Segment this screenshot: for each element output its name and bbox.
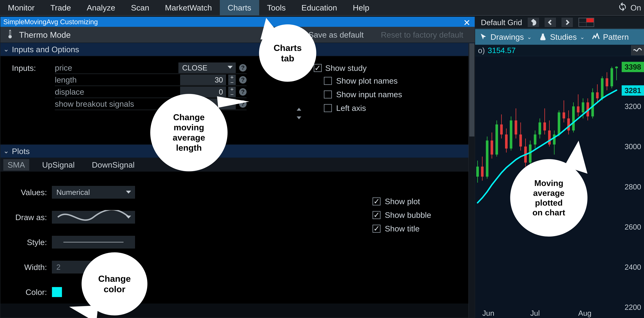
show-input-names-checkbox[interactable]	[324, 90, 332, 98]
style-dropdown[interactable]	[52, 236, 135, 248]
y-tick: 2200	[624, 303, 641, 311]
candle-wick	[564, 100, 564, 122]
nav-forward-button[interactable]	[562, 18, 573, 27]
menu-tab-scan[interactable]: Scan	[123, 0, 157, 16]
thermometer-icon[interactable]	[6, 29, 14, 40]
candle-body	[476, 167, 479, 177]
spinner-up-icon[interactable]: +	[228, 87, 236, 92]
section-inputs-options-header[interactable]: ⌄ Inputs and Options	[0, 43, 475, 56]
section-plots-label: Plots	[12, 146, 30, 156]
values-dropdown[interactable]: Numerical	[52, 186, 135, 199]
candle-body	[610, 68, 613, 86]
candle-body	[500, 124, 503, 134]
menu-tab-help[interactable]: Help	[345, 0, 377, 16]
list-scroll[interactable]	[297, 108, 301, 119]
field-displace-label: displace	[55, 87, 84, 96]
menu-tab-monitor[interactable]: Monitor	[0, 0, 42, 16]
grid-layout-icon[interactable]	[578, 18, 594, 27]
cursor-icon	[480, 33, 487, 41]
pattern-icon	[592, 33, 600, 41]
left-axis-checkbox[interactable]	[324, 104, 332, 112]
indicator-toggle-icon[interactable]	[631, 45, 644, 55]
price-dropdown[interactable]: CLOSE	[178, 63, 236, 73]
draw-as-label: Draw as:	[15, 213, 47, 222]
candle-body	[519, 134, 522, 146]
caret-down-icon	[126, 216, 131, 219]
price-dropdown-value: CLOSE	[182, 64, 207, 72]
y-tick: 2600	[624, 223, 641, 231]
candle-body	[553, 134, 556, 144]
dialog-title-text: SimpleMovingAvg Customizing	[3, 18, 98, 26]
close-icon[interactable]: ✕	[463, 18, 470, 28]
x-tick: Jul	[530, 309, 540, 317]
draw-as-dropdown[interactable]	[52, 211, 135, 224]
flask-icon	[539, 33, 547, 41]
studies-button[interactable]: Studies ⌄	[539, 32, 585, 42]
menu-right-cluster: On	[618, 0, 644, 16]
scrollbar-thumb[interactable]	[469, 43, 474, 136]
color-swatch[interactable]	[52, 287, 62, 297]
candle-body	[567, 118, 570, 130]
displace-input-value: 0	[219, 88, 223, 96]
plots-form: Values: Numerical Show plot Show bubble …	[0, 172, 475, 303]
caret-down-icon	[126, 191, 131, 194]
candle-body	[510, 120, 512, 148]
grid-label[interactable]: Default Grid	[481, 18, 522, 27]
candle-body	[558, 112, 560, 134]
candle-wick	[578, 94, 578, 116]
menu-tab-charts[interactable]: Charts	[220, 0, 259, 16]
candle-body	[548, 130, 551, 144]
help-icon[interactable]: ?	[239, 64, 246, 72]
nav-back-button[interactable]	[545, 18, 556, 27]
show-plot-names-checkbox[interactable]	[324, 77, 332, 85]
style-label: Style:	[27, 238, 47, 247]
spinner-up-icon[interactable]: +	[228, 75, 236, 80]
refresh-icon[interactable]	[618, 2, 628, 14]
studies-label: Studies	[550, 32, 577, 42]
menu-tab-education[interactable]: Education	[294, 0, 345, 16]
drawings-button[interactable]: Drawings ⌄	[480, 32, 532, 42]
length-spinner[interactable]: + −	[228, 75, 236, 85]
menu-tab-analyze[interactable]: Analyze	[79, 0, 123, 16]
callout-ma-plotted: Movingaverageplottedon chart	[510, 159, 588, 237]
show-study-checkbox[interactable]	[314, 64, 322, 72]
grid-undo-button[interactable]	[528, 18, 539, 27]
show-plot-checkbox[interactable]	[372, 197, 380, 206]
reset-factory-button[interactable]: Reset to factory default	[375, 30, 469, 39]
tab-sma[interactable]: SMA	[3, 159, 29, 171]
dialog-scrollbar[interactable]	[468, 43, 475, 317]
callout-text: Changemovingaveragelength	[168, 108, 210, 157]
section-plots-header[interactable]: ⌄ Plots	[0, 144, 475, 158]
menu-tab-trade[interactable]: Trade	[42, 0, 79, 16]
x-axis: JunJulAug	[475, 308, 618, 318]
candle-body	[582, 102, 584, 112]
menu-tab-marketwatch[interactable]: MarketWatch	[157, 0, 220, 16]
caret-down-icon	[228, 66, 233, 69]
solid-line-icon	[64, 242, 124, 242]
save-default-button[interactable]: Save as default	[303, 30, 369, 39]
price-value: 3154.57	[488, 46, 516, 55]
help-icon[interactable]: ?	[239, 76, 246, 84]
candle-body	[591, 92, 594, 116]
y-tick: 2800	[624, 183, 641, 191]
candle-body	[496, 124, 498, 154]
spinner-down-icon[interactable]: −	[228, 80, 236, 85]
x-tick: Jun	[482, 309, 494, 317]
candle-body	[529, 144, 532, 163]
patterns-button[interactable]: Pattern	[592, 32, 629, 42]
show-plot-label: Show plot	[385, 197, 420, 206]
callout-charts-tab: Chartstab	[259, 24, 316, 82]
chart-toolbar: Drawings ⌄ Studies ⌄ Pattern	[475, 29, 644, 45]
show-title-checkbox[interactable]	[372, 225, 380, 233]
thermo-mode-label[interactable]: Thermo Mode	[19, 30, 71, 40]
tab-upsignal[interactable]: UpSignal	[38, 159, 79, 171]
tab-downsignal[interactable]: DownSignal	[88, 159, 139, 171]
callout-text: Movingaverageplottedon chart	[528, 174, 570, 222]
candle-wick	[616, 66, 617, 80]
values-label: Values:	[21, 188, 47, 197]
section-io-label: Inputs and Options	[12, 45, 79, 54]
show-study-label: Show study	[325, 63, 367, 73]
menu-tab-tools[interactable]: Tools	[259, 0, 294, 16]
show-bubble-checkbox[interactable]	[372, 211, 380, 219]
length-input[interactable]: 30	[180, 75, 226, 85]
